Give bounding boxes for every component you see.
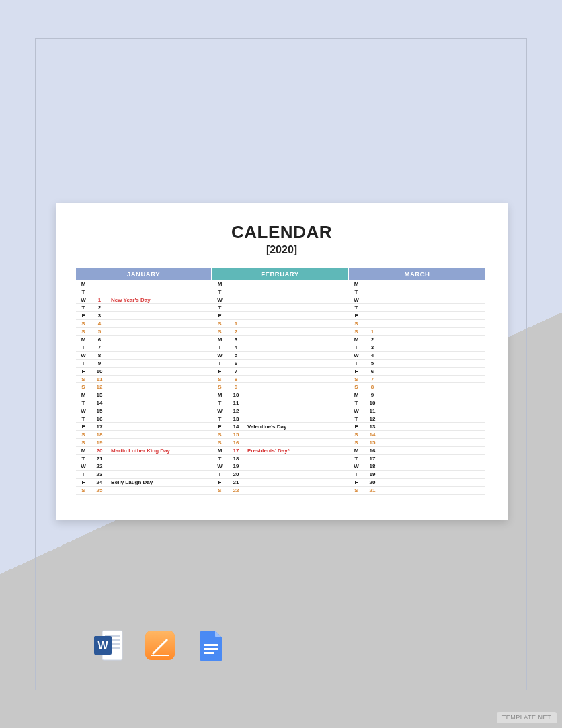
day-letter: T	[76, 471, 91, 478]
day-number: 21	[227, 479, 245, 486]
calendar-row: F6	[349, 368, 485, 376]
month-header: MARCH	[349, 268, 485, 280]
day-letter: T	[76, 415, 91, 423]
svg-rect-10	[204, 644, 218, 646]
event-label	[108, 352, 212, 359]
calendar-row: S5	[76, 328, 212, 336]
calendar-row: T19	[349, 471, 485, 479]
day-number: 1	[364, 328, 381, 335]
day-number: 19	[91, 439, 108, 446]
day-number: 4	[91, 320, 108, 327]
calendar-row: S	[349, 320, 485, 328]
day-letter: M	[349, 447, 364, 454]
svg-rect-11	[204, 648, 218, 650]
day-letter: M	[349, 280, 364, 288]
day-number: 15	[227, 431, 245, 438]
day-number: 18	[364, 462, 381, 470]
day-letter: S	[212, 439, 227, 446]
day-number: 14	[91, 399, 108, 407]
google-docs-icon[interactable]	[195, 628, 227, 663]
day-number: 7	[227, 368, 245, 375]
event-label	[108, 376, 212, 383]
day-letter: F	[76, 479, 91, 486]
day-number: 11	[91, 376, 108, 383]
calendar-row: M	[212, 280, 349, 288]
event-label	[108, 391, 212, 399]
event-label	[381, 407, 485, 415]
day-number: 7	[364, 376, 381, 383]
watermark: TEMPLATE.NET	[497, 712, 557, 723]
event-label	[245, 296, 349, 304]
event-label	[381, 455, 485, 462]
event-label	[381, 439, 485, 446]
event-label	[108, 471, 212, 478]
day-number	[91, 280, 108, 288]
event-label	[381, 320, 485, 327]
day-number: 1	[227, 320, 245, 327]
day-number	[364, 288, 381, 296]
event-label	[108, 495, 212, 497]
day-number: 14	[227, 423, 245, 430]
event-label	[108, 328, 212, 335]
calendar-row: W5	[212, 352, 349, 360]
event-label	[108, 320, 212, 327]
calendar-row: W1New Year's Day	[76, 296, 212, 305]
apple-pages-icon[interactable]	[144, 628, 176, 663]
event-label	[245, 368, 349, 375]
day-letter: T	[349, 288, 364, 296]
day-number: 12	[364, 415, 381, 423]
event-label	[108, 431, 212, 438]
calendar-row: S25	[76, 487, 212, 495]
day-letter: M	[212, 391, 227, 399]
event-label	[108, 288, 212, 296]
month-column: MARCHMTWTFSS1M2T3W4T5F6S7S8M9T10W11T12F1…	[349, 268, 485, 497]
day-letter: S	[349, 487, 364, 494]
day-letter: T	[212, 399, 227, 407]
calendar-row: T3	[349, 343, 485, 352]
day-number: 18	[227, 455, 245, 462]
day-number: 10	[91, 368, 108, 375]
calendar-row: S2	[212, 328, 349, 336]
day-letter: F	[76, 368, 91, 375]
day-letter: M	[76, 336, 91, 343]
event-label	[381, 368, 485, 375]
day-letter: W	[212, 296, 227, 304]
day-number	[227, 280, 245, 288]
day-number: 16	[364, 447, 381, 454]
calendar-row: S23	[212, 495, 349, 497]
day-letter: W	[349, 352, 364, 359]
event-label	[381, 423, 485, 430]
calendar-row: T12	[349, 415, 485, 423]
day-letter: T	[349, 455, 364, 462]
calendar-row: W18	[349, 462, 485, 471]
day-letter: F	[212, 479, 227, 486]
event-label	[245, 479, 349, 486]
event-label	[108, 399, 212, 407]
calendar-row: T	[212, 288, 349, 296]
day-number: 8	[227, 376, 245, 383]
day-number: 13	[91, 391, 108, 399]
day-letter: S	[76, 328, 91, 335]
event-label	[108, 280, 212, 288]
event-label: Valentine's Day	[245, 423, 349, 430]
calendar-row: S4	[76, 320, 212, 328]
day-number: 5	[364, 360, 381, 367]
day-letter: M	[212, 447, 227, 454]
day-letter: S	[349, 431, 364, 438]
day-letter: S	[349, 376, 364, 383]
calendar-row: F17	[76, 423, 212, 431]
event-label	[108, 423, 212, 430]
calendar-row: T21	[76, 455, 212, 463]
calendar-row: S21	[349, 487, 485, 495]
calendar-row: T16	[76, 415, 212, 423]
day-number: 21	[364, 487, 381, 494]
calendar-row: W11	[349, 407, 485, 415]
calendar-row: F20	[349, 479, 485, 487]
event-label	[381, 479, 485, 486]
svg-text:W: W	[97, 640, 108, 651]
ms-word-icon[interactable]: W	[93, 628, 125, 663]
calendar-row: T10	[349, 399, 485, 407]
day-letter: T	[349, 471, 364, 478]
day-number: 6	[364, 368, 381, 375]
day-letter: W	[212, 407, 227, 415]
